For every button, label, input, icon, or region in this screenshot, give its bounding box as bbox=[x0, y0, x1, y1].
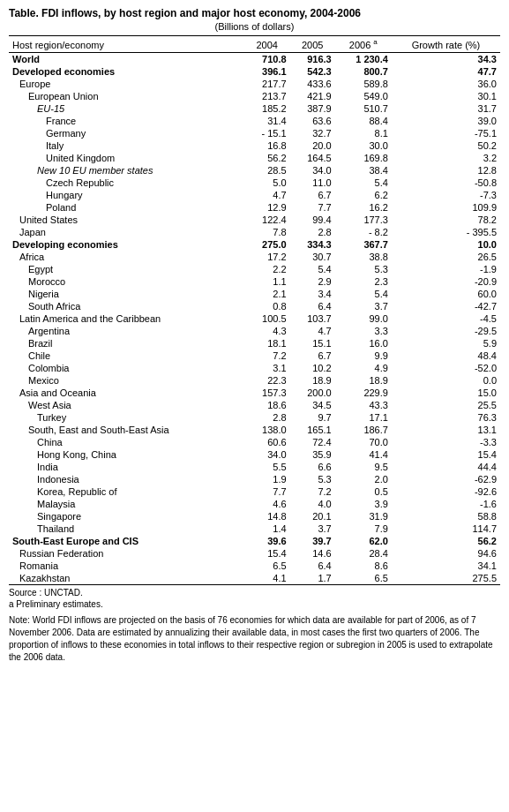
table-row: Argentina4.34.73.3-29.5 bbox=[9, 325, 500, 337]
row-label: Czech Republic bbox=[9, 177, 244, 189]
row-2005: 916.3 bbox=[290, 52, 335, 65]
row-2006: 38.8 bbox=[335, 251, 392, 263]
table-row: Colombia3.110.24.9-52.0 bbox=[9, 362, 500, 374]
row-2004: 39.6 bbox=[244, 535, 290, 547]
row-label: South Africa bbox=[9, 300, 244, 312]
row-label: Italy bbox=[9, 139, 244, 152]
table-row: Thailand1.43.77.9114.7 bbox=[9, 523, 500, 535]
page-container: Table. FDI inflows, by host region and m… bbox=[0, 0, 509, 671]
row-2005: 63.6 bbox=[290, 115, 335, 127]
row-label: Nigeria bbox=[9, 288, 244, 300]
row-growth: 10.0 bbox=[392, 238, 500, 251]
table-row: European Union213.7421.9549.030.1 bbox=[9, 90, 500, 102]
table-row: Brazil18.115.116.05.9 bbox=[9, 337, 500, 350]
row-label: West Asia bbox=[9, 399, 244, 411]
row-2004: 1.4 bbox=[244, 523, 290, 535]
row-2006: 186.7 bbox=[335, 424, 392, 436]
row-2004: 4.1 bbox=[244, 572, 290, 585]
row-2006: 169.8 bbox=[335, 152, 392, 164]
row-2006: 7.9 bbox=[335, 523, 392, 535]
row-growth: -4.5 bbox=[392, 312, 500, 325]
row-2004: 4.6 bbox=[244, 498, 290, 510]
row-2004: 18.6 bbox=[244, 399, 290, 411]
col-header-2004: 2004 bbox=[244, 36, 290, 53]
row-2004: 7.2 bbox=[244, 350, 290, 362]
row-2005: 7.2 bbox=[290, 485, 335, 498]
table-row: Hong Kong, China34.035.941.415.4 bbox=[9, 448, 500, 461]
row-growth: -52.0 bbox=[392, 362, 500, 374]
table-row: Developing economies275.0334.3367.710.0 bbox=[9, 238, 500, 251]
row-2005: 32.7 bbox=[290, 127, 335, 139]
row-2005: 6.7 bbox=[290, 350, 335, 362]
row-growth: 94.6 bbox=[392, 547, 500, 560]
row-growth: 25.5 bbox=[392, 399, 500, 411]
row-2006: 88.4 bbox=[335, 115, 392, 127]
table-row: West Asia18.634.543.325.5 bbox=[9, 399, 500, 411]
row-2004: 100.5 bbox=[244, 312, 290, 325]
table-row: South Africa0.86.43.7-42.7 bbox=[9, 300, 500, 312]
table-row: Japan7.82.8- 8.2- 395.5 bbox=[9, 226, 500, 238]
row-growth: 13.1 bbox=[392, 424, 500, 436]
table-row: Malaysia4.64.03.9-1.6 bbox=[9, 498, 500, 510]
table-row: France31.463.688.439.0 bbox=[9, 115, 500, 127]
row-growth: -1.9 bbox=[392, 263, 500, 275]
row-2005: 20.1 bbox=[290, 510, 335, 523]
row-label: Turkey bbox=[9, 411, 244, 424]
row-2004: 122.4 bbox=[244, 214, 290, 226]
row-growth: - 395.5 bbox=[392, 226, 500, 238]
row-2006: 5.4 bbox=[335, 177, 392, 189]
row-2005: 2.8 bbox=[290, 226, 335, 238]
row-2004: 157.3 bbox=[244, 387, 290, 399]
row-2004: 22.3 bbox=[244, 374, 290, 387]
table-row: Poland12.97.716.2109.9 bbox=[9, 201, 500, 214]
row-growth: -62.9 bbox=[392, 473, 500, 485]
row-2006: 177.3 bbox=[335, 214, 392, 226]
row-label: United Kingdom bbox=[9, 152, 244, 164]
row-label: Japan bbox=[9, 226, 244, 238]
row-label: Hungary bbox=[9, 189, 244, 201]
row-2005: 35.9 bbox=[290, 448, 335, 461]
row-2004: 3.1 bbox=[244, 362, 290, 374]
table-row: World710.8916.31 230.434.3 bbox=[9, 52, 500, 65]
row-2005: 72.4 bbox=[290, 436, 335, 448]
row-growth: 109.9 bbox=[392, 201, 500, 214]
row-2004: 18.1 bbox=[244, 337, 290, 350]
row-2006: 510.7 bbox=[335, 102, 392, 115]
col-header-2005: 2005 bbox=[290, 36, 335, 53]
row-2005: 164.5 bbox=[290, 152, 335, 164]
row-label: New 10 EU member states bbox=[9, 164, 244, 177]
row-label: Colombia bbox=[9, 362, 244, 374]
row-2006: 99.0 bbox=[335, 312, 392, 325]
row-2006: 5.3 bbox=[335, 263, 392, 275]
row-2005: 10.2 bbox=[290, 362, 335, 374]
table-header-row: Host region/economy 2004 2005 2006 a Gro… bbox=[9, 36, 500, 53]
row-label: Egypt bbox=[9, 263, 244, 275]
row-2004: 396.1 bbox=[244, 65, 290, 78]
row-2005: 387.9 bbox=[290, 102, 335, 115]
row-2005: 39.7 bbox=[290, 535, 335, 547]
row-growth: -50.8 bbox=[392, 177, 500, 189]
row-2005: 18.9 bbox=[290, 374, 335, 387]
row-2005: 3.4 bbox=[290, 288, 335, 300]
row-2004: 2.2 bbox=[244, 263, 290, 275]
row-2005: 200.0 bbox=[290, 387, 335, 399]
row-2005: 4.7 bbox=[290, 325, 335, 337]
row-2006: 41.4 bbox=[335, 448, 392, 461]
row-label: Developed economies bbox=[9, 65, 244, 78]
row-2005: 9.7 bbox=[290, 411, 335, 424]
row-2006: 6.5 bbox=[335, 572, 392, 585]
table-row: South-East Europe and CIS39.639.762.056.… bbox=[9, 535, 500, 547]
row-growth: 31.7 bbox=[392, 102, 500, 115]
row-2004: 2.8 bbox=[244, 411, 290, 424]
row-2005: 99.4 bbox=[290, 214, 335, 226]
table-title: Table. FDI inflows, by host region and m… bbox=[9, 7, 500, 19]
row-2006: 16.0 bbox=[335, 337, 392, 350]
table-row: Nigeria2.13.45.460.0 bbox=[9, 288, 500, 300]
row-2006: 9.5 bbox=[335, 461, 392, 473]
row-2005: 542.3 bbox=[290, 65, 335, 78]
row-2004: 14.8 bbox=[244, 510, 290, 523]
row-label: World bbox=[9, 52, 244, 65]
table-row: Developed economies396.1542.3800.747.7 bbox=[9, 65, 500, 78]
col-header-2006: 2006 a bbox=[335, 36, 392, 53]
row-growth: 36.0 bbox=[392, 78, 500, 90]
